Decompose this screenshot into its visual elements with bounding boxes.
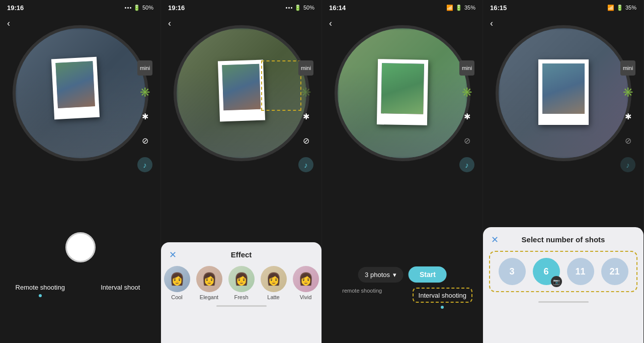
interval-tab-highlight-3: Interval shooting	[413, 288, 472, 303]
status-bar-2: 19:16 🔋 50%	[161, 0, 321, 15]
signal-dots-1	[125, 7, 131, 9]
battery-icon-4: 🔋	[616, 5, 623, 11]
effect-face-fresh: 👩	[228, 266, 255, 292]
effect-circle-fresh: 👩	[228, 266, 255, 292]
dot3	[130, 7, 131, 9]
shot-21[interactable]: 21	[601, 258, 628, 285]
bluetooth-icon-2[interactable]: ✱	[298, 109, 313, 124]
sparkle-icon-4[interactable]: ✳️	[620, 85, 635, 100]
polaroid-3	[376, 59, 428, 125]
tab-remote-label-3: remote shooting	[342, 288, 382, 294]
viewfinder-1	[13, 25, 148, 161]
effect-elegant[interactable]: 👩 Elegant	[196, 266, 222, 300]
shot-3[interactable]: 3	[499, 258, 526, 285]
music-icon-3[interactable]: ♪	[459, 157, 474, 172]
effect-circle-elegant: 👩	[196, 266, 222, 292]
dot3b	[291, 7, 292, 9]
battery-icon-3: 🔋	[455, 5, 462, 11]
effect-bottom-indicator	[216, 305, 267, 307]
sparkle-icon-3[interactable]: ✳️	[459, 85, 474, 100]
battery-icon-1: 🔋	[133, 5, 140, 11]
panel-select-shots: 16:15 📶 🔋 35% ‹ mini ✳️ ✱ ⊘ ♪ ✕ Select	[483, 0, 644, 343]
effect-label-cool: Cool	[171, 294, 183, 300]
no-sound-icon-2[interactable]: ⊘	[298, 133, 313, 148]
panel-effect: 19:16 🔋 50% ‹ mini ✳️ ✱	[161, 0, 322, 343]
dot2	[127, 7, 129, 9]
shots-title: Select number of shots	[489, 235, 637, 244]
status-right-3: 📶 🔋 35%	[446, 5, 475, 11]
shots-close-btn[interactable]: ✕	[491, 234, 499, 245]
effect-items: 👩 Cool 👩 Elegant 👩 Fresh 👩 La	[167, 266, 315, 300]
no-sound-icon-1[interactable]: ⊘	[137, 133, 152, 148]
effect-sheet: ✕ Effect 👩 Cool 👩 Elegant 👩 Fresh	[161, 242, 321, 343]
tab-interval-label-3: Interval shooting	[419, 292, 466, 299]
music-icon-2[interactable]: ♪	[298, 157, 313, 172]
shot-21-label: 21	[609, 266, 619, 277]
no-sound-icon-3[interactable]: ⊘	[459, 133, 474, 148]
effect-fresh[interactable]: 👩 Fresh	[228, 266, 255, 300]
effect-latte[interactable]: 👩 Latte	[261, 266, 287, 300]
tab-interval-3[interactable]: Interval shooting	[403, 288, 483, 309]
tab-interval-1[interactable]: Interval shoot	[80, 284, 161, 291]
bluetooth-icon-1[interactable]: ✱	[137, 109, 152, 124]
mini-icon-2[interactable]: mini	[298, 60, 313, 76]
status-right-2: 🔋 50%	[286, 5, 314, 11]
viewfinder-4	[496, 25, 631, 161]
effect-cool[interactable]: 👩 Cool	[164, 266, 190, 300]
signal-dots-2	[286, 7, 292, 9]
bluetooth-icon-3[interactable]: ✱	[459, 109, 474, 124]
dashed-selection-2	[261, 60, 301, 111]
wifi-icon-3: 📶	[446, 5, 453, 11]
battery-pct-2: 50%	[303, 5, 314, 11]
battery-pct-3: 35%	[464, 5, 475, 11]
polaroid-img-2	[222, 64, 261, 111]
tab-remote-1[interactable]: Remote shooting	[0, 284, 80, 297]
bottom-tabs-1: Remote shooting Interval shoot	[0, 278, 160, 343]
shutter-button-1[interactable]	[65, 232, 96, 262]
side-icons-2: mini ✳️ ✱ ⊘ ♪	[298, 60, 313, 172]
polaroid-2	[217, 59, 265, 121]
dot2b	[288, 7, 290, 9]
status-bar-1: 19:16 🔋 50%	[0, 0, 160, 15]
back-button-4[interactable]: ‹	[490, 18, 493, 29]
mini-icon-3[interactable]: mini	[459, 60, 474, 76]
time-4: 16:15	[490, 4, 507, 12]
viewfinder-bg-3	[338, 28, 467, 158]
music-icon-4[interactable]: ♪	[620, 157, 635, 172]
effect-close-btn[interactable]: ✕	[169, 249, 177, 260]
time-2: 19:16	[168, 4, 185, 12]
chevron-down-icon-3: ▾	[393, 271, 396, 279]
polaroid-img-3	[381, 63, 424, 114]
sparkle-icon-2[interactable]: ✳️	[298, 85, 313, 100]
music-icon-1[interactable]: ♪	[137, 157, 152, 172]
back-button-3[interactable]: ‹	[329, 18, 332, 29]
sparkle-icon-1[interactable]: ✳️	[137, 85, 152, 100]
effect-label-vivid: Vivid	[300, 294, 312, 300]
bluetooth-icon-4[interactable]: ✱	[620, 109, 635, 124]
effect-circle-latte: 👩	[261, 266, 287, 292]
tab-dot-1	[39, 294, 42, 297]
effect-label-elegant: Elegant	[200, 294, 218, 300]
back-button-2[interactable]: ‹	[168, 18, 171, 29]
panel-interval-shooting: 16:14 📶 🔋 35% ‹ mini ✳️ ✱ ⊘ ♪ 3 phot	[322, 0, 483, 343]
viewfinder-bg-4	[499, 28, 628, 158]
camera-badge-6: 📷	[551, 276, 562, 287]
start-button-3[interactable]: Start	[409, 266, 447, 283]
tab-remote-3[interactable]: remote shooting	[322, 288, 403, 294]
effect-face-vivid: 👩	[293, 266, 319, 292]
shot-11[interactable]: 11	[567, 258, 594, 285]
effect-face-cool: 👩	[164, 266, 190, 292]
mini-icon-1[interactable]: mini	[137, 60, 152, 76]
photos-select-3[interactable]: 3 photos ▾	[358, 267, 404, 283]
shot-6[interactable]: 6 📷	[533, 258, 560, 285]
viewfinder-3	[335, 25, 470, 161]
status-right-4: 📶 🔋 35%	[607, 5, 636, 11]
tab-dot-3	[441, 306, 444, 309]
no-sound-icon-4[interactable]: ⊘	[620, 133, 635, 148]
mini-icon-4[interactable]: mini	[620, 60, 635, 76]
polaroid-img-4	[542, 63, 585, 114]
effect-vivid[interactable]: 👩 Vivid	[293, 266, 319, 300]
side-icons-3: mini ✳️ ✱ ⊘ ♪	[459, 60, 474, 172]
shot-6-label: 6	[543, 266, 548, 277]
back-button-1[interactable]: ‹	[7, 18, 10, 29]
